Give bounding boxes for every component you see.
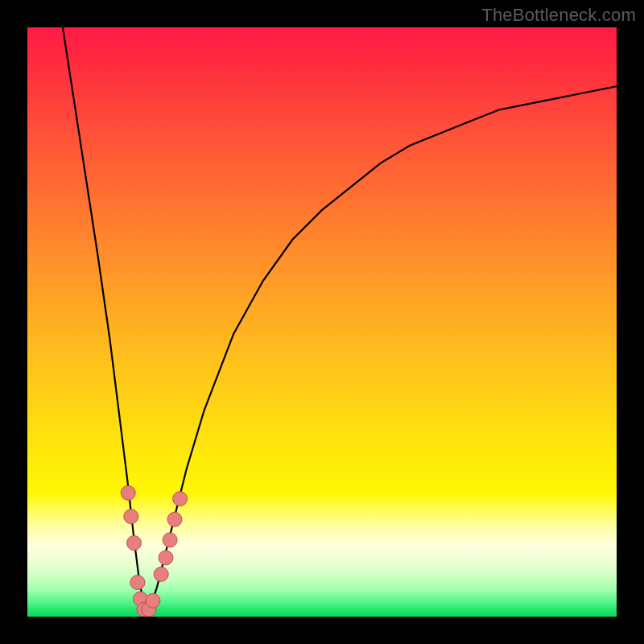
background-gradient <box>27 27 617 617</box>
watermark-text: TheBottleneck.com <box>481 5 636 26</box>
chart-frame: TheBottleneck.com <box>0 0 644 644</box>
plot-area <box>27 27 617 617</box>
